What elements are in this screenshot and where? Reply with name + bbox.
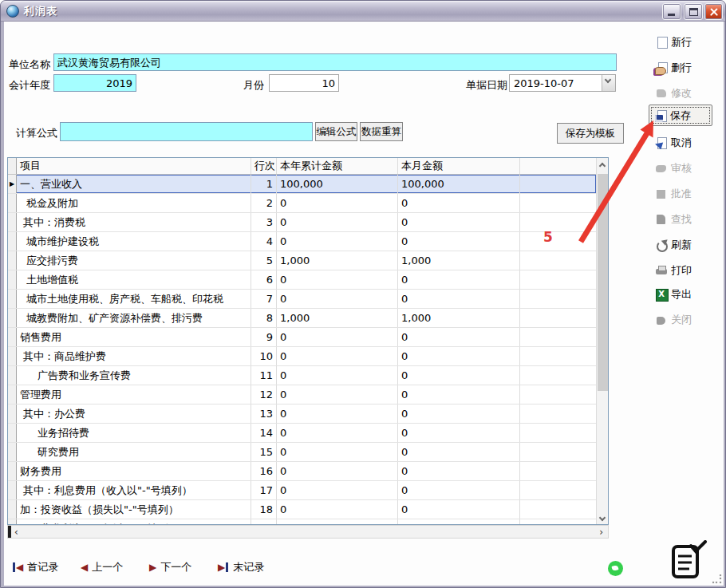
- cell-ytd[interactable]: 0: [277, 213, 398, 231]
- document-date-dropdown-button[interactable]: [602, 75, 615, 91]
- cell-month[interactable]: 0: [398, 232, 520, 251]
- sidebar-button-find[interactable]: 查找: [655, 210, 716, 229]
- cell-item[interactable]: 其中：商品维护费: [17, 347, 251, 365]
- cell-line[interactable]: 12: [251, 385, 277, 404]
- cell-item[interactable]: 业务招待费: [17, 424, 251, 442]
- table-row[interactable]: 财务费用 16 0 0: [8, 462, 596, 481]
- resize-grip[interactable]: [712, 574, 722, 584]
- cell-line[interactable]: 13: [251, 404, 277, 423]
- scroll-up-button[interactable]: [597, 158, 609, 171]
- cell-ytd[interactable]: 0: [277, 328, 398, 346]
- cell-month[interactable]: 0: [398, 270, 520, 289]
- table-row[interactable]: 二、营业利润（亏损以"-"号填列） 19 100,000 100,000: [8, 519, 596, 525]
- table-row[interactable]: 管理费用 12 0 0: [8, 385, 596, 404]
- sidebar-button-print[interactable]: 打印: [655, 261, 716, 280]
- column-header-item[interactable]: 项目: [17, 158, 251, 174]
- cell-month[interactable]: 0: [398, 366, 520, 385]
- table-row[interactable]: 其中：商品维护费 10 0 0: [8, 347, 596, 366]
- sidebar-button-export[interactable]: 导出: [655, 285, 716, 304]
- cell-item[interactable]: 二、营业利润（亏损以"-"号填列）: [17, 519, 251, 525]
- cell-extra[interactable]: [520, 251, 596, 270]
- row-selector-cell[interactable]: [8, 270, 17, 289]
- cell-line[interactable]: 3: [251, 213, 277, 231]
- cell-item[interactable]: 城市维护建设税: [17, 232, 251, 251]
- table-row[interactable]: 销售费用 9 0 0: [8, 328, 596, 347]
- edit-formula-button[interactable]: 编辑公式: [315, 122, 357, 141]
- row-selector-cell[interactable]: [8, 519, 17, 525]
- scroll-down-button[interactable]: [597, 511, 609, 524]
- cell-ytd[interactable]: 1,000: [277, 251, 398, 270]
- cell-extra[interactable]: [520, 347, 596, 365]
- row-selector-cell[interactable]: [8, 309, 17, 327]
- cell-month[interactable]: 0: [398, 213, 520, 231]
- column-header-line[interactable]: 行次: [251, 158, 277, 174]
- cell-month[interactable]: 0: [398, 462, 520, 480]
- cell-extra[interactable]: [520, 366, 596, 385]
- scroll-left-button[interactable]: ‹: [14, 527, 18, 538]
- row-selector-cell[interactable]: [8, 481, 17, 499]
- sidebar-button-refresh[interactable]: 刷新: [655, 235, 716, 255]
- cell-ytd[interactable]: 0: [277, 481, 398, 499]
- cell-month[interactable]: 0: [398, 194, 520, 212]
- row-selector-cell[interactable]: [8, 290, 17, 308]
- cell-line[interactable]: 6: [251, 270, 277, 289]
- cell-item[interactable]: 其中：利息费用（收入以"-"号填列）: [17, 481, 251, 499]
- sidebar-button-new-row[interactable]: 新行: [655, 33, 716, 52]
- cell-month[interactable]: 0: [398, 481, 520, 499]
- cell-line[interactable]: 5: [251, 251, 277, 270]
- cell-month[interactable]: 0: [398, 347, 520, 365]
- close-button[interactable]: [704, 3, 723, 20]
- cell-item[interactable]: 税金及附加: [17, 194, 251, 212]
- cell-ytd[interactable]: 0: [277, 232, 398, 251]
- company-name-field[interactable]: 武汉黄海贸易有限公司: [53, 53, 617, 71]
- row-selector-cell[interactable]: [8, 366, 17, 385]
- nav-last-button[interactable]: ▶ 末记录: [218, 559, 264, 575]
- sidebar-button-delete-row[interactable]: 删行: [655, 58, 716, 77]
- cell-line[interactable]: 18: [251, 500, 277, 519]
- cell-line[interactable]: 14: [251, 424, 277, 442]
- cell-ytd[interactable]: 0: [277, 347, 398, 365]
- cell-ytd[interactable]: 1,000: [277, 309, 398, 327]
- cell-extra[interactable]: [520, 519, 596, 525]
- row-selector-cell[interactable]: [8, 404, 17, 423]
- cell-month[interactable]: 100,000: [398, 519, 520, 525]
- cell-ytd[interactable]: 0: [277, 404, 398, 423]
- sidebar-button-modify[interactable]: 修改: [655, 84, 716, 103]
- table-row[interactable]: 城教费附加、矿产资源补偿费、排污费 8 1,000 1,000: [8, 309, 596, 328]
- row-selector-cell[interactable]: [8, 462, 17, 480]
- table-row[interactable]: 广告费和业务宣传费 11 0 0: [8, 366, 596, 385]
- horizontal-scrollbar[interactable]: ‹ ›: [7, 525, 609, 539]
- cell-extra[interactable]: [520, 175, 596, 193]
- table-row[interactable]: 业务招待费 14 0 0: [8, 424, 596, 443]
- cell-item[interactable]: 广告费和业务宣传费: [17, 366, 251, 385]
- recalculate-button[interactable]: 数据重算: [360, 122, 403, 141]
- cell-extra[interactable]: [520, 290, 596, 308]
- cell-line[interactable]: 4: [251, 232, 277, 251]
- row-selector-cell[interactable]: [8, 347, 17, 365]
- table-row[interactable]: 研究费用 15 0 0: [8, 443, 596, 462]
- cell-line[interactable]: 19: [251, 519, 277, 525]
- cell-extra[interactable]: [520, 443, 596, 461]
- cell-item[interactable]: 一、营业收入: [17, 175, 251, 193]
- cell-extra[interactable]: [520, 500, 596, 519]
- cell-item[interactable]: 城市土地使用税、房产税、车船税、印花税: [17, 290, 251, 308]
- cell-ytd[interactable]: 0: [277, 385, 398, 404]
- cell-line[interactable]: 17: [251, 481, 277, 499]
- table-row[interactable]: 税金及附加 2 0 0: [8, 194, 596, 213]
- cell-item[interactable]: 其中：消费税: [17, 213, 251, 231]
- document-date-combobox[interactable]: 2019-10-07: [509, 74, 616, 92]
- cell-month[interactable]: 0: [398, 328, 520, 346]
- cell-month[interactable]: 0: [398, 443, 520, 461]
- vertical-scrollbar[interactable]: [596, 158, 608, 524]
- row-selector-cell[interactable]: [8, 328, 17, 346]
- table-row[interactable]: ▶ 一、营业收入 1 100,000 100,000: [8, 175, 596, 194]
- cell-line[interactable]: 1: [251, 175, 277, 193]
- fiscal-year-field[interactable]: 2019: [53, 74, 136, 92]
- cell-extra[interactable]: [520, 309, 596, 327]
- cell-item[interactable]: 其中：办公费: [17, 404, 251, 423]
- row-selector-cell[interactable]: [8, 385, 17, 404]
- cell-extra[interactable]: [520, 213, 596, 231]
- cell-ytd[interactable]: 0: [277, 270, 398, 289]
- row-selector-cell[interactable]: [8, 424, 17, 442]
- scroll-right-button[interactable]: ›: [599, 527, 603, 538]
